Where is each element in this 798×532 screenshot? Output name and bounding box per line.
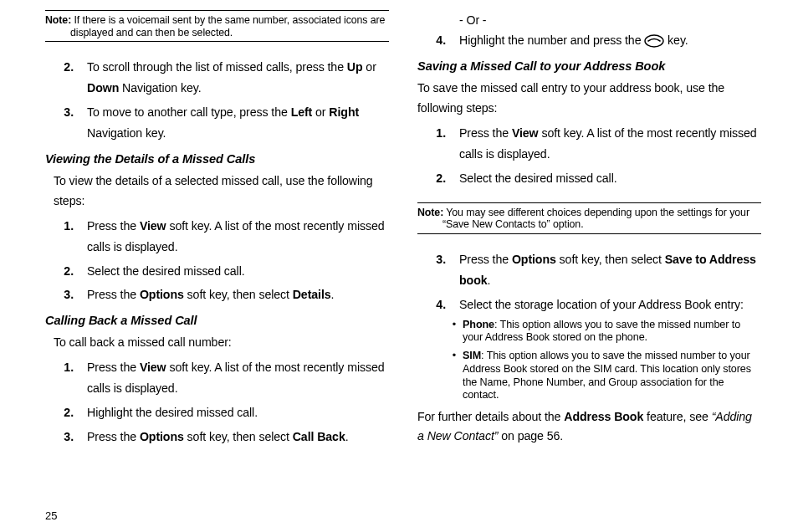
step-number: 2. — [45, 402, 74, 423]
step-text: Press the View soft key. A list of the m… — [87, 357, 389, 399]
step-item: 2. Select the desired missed call. — [45, 261, 389, 282]
step-text: Select the desired missed call. — [459, 168, 761, 189]
step-text: To move to another call type, press the … — [87, 102, 389, 144]
steps-call-back: 1. Press the View soft key. A list of th… — [45, 357, 389, 447]
note-label: Note: — [45, 14, 71, 26]
heading-viewing-details: Viewing the Details of a Missed Calls — [45, 152, 389, 166]
steps-save-2: 3. Press the Options soft key, then sele… — [417, 249, 761, 315]
note-text: You may see different choices depending … — [446, 207, 749, 218]
step-text: Select the desired missed call. — [87, 261, 389, 282]
step-item: 2. To scroll through the list of missed … — [45, 57, 389, 99]
bullet-text: SIM: This option allows you to save the … — [463, 350, 761, 402]
note-text: “Save New Contacts to” option. — [417, 218, 761, 231]
document-page: Note: If there is a voicemail sent by th… — [0, 0, 798, 532]
step-item: 3. Press the Options soft key, then sele… — [45, 427, 389, 448]
step-text: Highlight the number and press the key. — [459, 30, 761, 51]
bullet-icon: • — [417, 350, 456, 402]
closing-cross-ref: For further details about the Address Bo… — [417, 407, 761, 445]
send-key-icon — [644, 33, 664, 47]
steps-missed-nav: 2. To scroll through the list of missed … — [45, 57, 389, 143]
or-divider-text: - Or - — [459, 10, 761, 30]
steps-callback-alt: 4. Highlight the number and press the ke… — [417, 30, 761, 51]
intro-text: To call back a missed call number: — [54, 332, 389, 352]
page-number: 25 — [45, 509, 57, 522]
step-text: Press the View soft key. A list of the m… — [459, 123, 761, 165]
step-text: Press the Options soft key, then select … — [87, 427, 389, 448]
column-right: - Or - 4. Highlight the number and press… — [417, 10, 761, 451]
step-item: 4. Select the storage location of your A… — [417, 294, 761, 315]
rule — [45, 41, 389, 42]
step-number: 1. — [45, 357, 74, 399]
step-item: 3. To move to another call type, press t… — [45, 102, 389, 144]
note-label: Note: — [417, 207, 443, 218]
step-number: 2. — [45, 57, 74, 99]
step-item: 3. Press the Options soft key, then sele… — [417, 249, 761, 291]
step-number: 3. — [45, 427, 74, 448]
step-number: 4. — [417, 294, 446, 315]
step-item: 1. Press the View soft key. A list of th… — [417, 123, 761, 165]
step-item: 2. Select the desired missed call. — [417, 168, 761, 189]
step-text: Press the Options soft key, then select … — [459, 249, 761, 291]
steps-save-1: 1. Press the View soft key. A list of th… — [417, 123, 761, 189]
step-number: 1. — [417, 123, 446, 165]
step-number: 3. — [45, 102, 74, 144]
note-voicemail: Note: If there is a voicemail sent by th… — [45, 14, 389, 38]
step-item: 4. Highlight the number and press the ke… — [417, 30, 761, 51]
step-number: 2. — [417, 168, 446, 189]
note-save-contacts: Note: You may see different choices depe… — [417, 207, 761, 231]
note-text: If there is a voicemail sent by the same… — [74, 14, 386, 26]
heading-saving-missed: Saving a Missed Call to your Address Boo… — [417, 59, 761, 73]
intro-text: To view the details of a selected missed… — [54, 171, 389, 211]
step-number: 3. — [417, 249, 446, 291]
rule — [417, 233, 761, 234]
step-number: 4. — [417, 30, 446, 51]
heading-calling-back: Calling Back a Missed Call — [45, 314, 389, 327]
list-item: • SIM: This option allows you to save th… — [417, 350, 761, 402]
steps-view-details: 1. Press the View soft key. A list of th… — [45, 216, 389, 305]
step-number: 1. — [45, 216, 74, 258]
step-text: Highlight the desired missed call. — [87, 402, 389, 423]
bullet-text: Phone: This option allows you to save th… — [463, 319, 761, 345]
step-item: 1. Press the View soft key. A list of th… — [45, 216, 389, 258]
step-text: Press the View soft key. A list of the m… — [87, 216, 389, 258]
step-item: 2. Highlight the desired missed call. — [45, 402, 389, 423]
rule — [45, 10, 389, 11]
step-text: Press the Options soft key, then select … — [87, 284, 389, 305]
list-item: • Phone: This option allows you to save … — [417, 319, 761, 345]
note-text: displayed and can then be selected. — [45, 27, 389, 39]
step-item: 3. Press the Options soft key, then sele… — [45, 284, 389, 305]
step-number: 2. — [45, 261, 74, 282]
column-layout: Note: If there is a voicemail sent by th… — [45, 10, 761, 451]
step-text: To scroll through the list of missed cal… — [87, 57, 389, 99]
column-left: Note: If there is a voicemail sent by th… — [45, 10, 389, 451]
step-item: 1. Press the View soft key. A list of th… — [45, 357, 389, 399]
storage-options-list: • Phone: This option allows you to save … — [417, 319, 761, 402]
bullet-icon: • — [417, 319, 456, 345]
intro-text: To save the missed call entry to your ad… — [417, 78, 761, 118]
step-number: 3. — [45, 284, 74, 305]
step-text: Select the storage location of your Addr… — [459, 294, 761, 315]
rule — [417, 202, 761, 203]
